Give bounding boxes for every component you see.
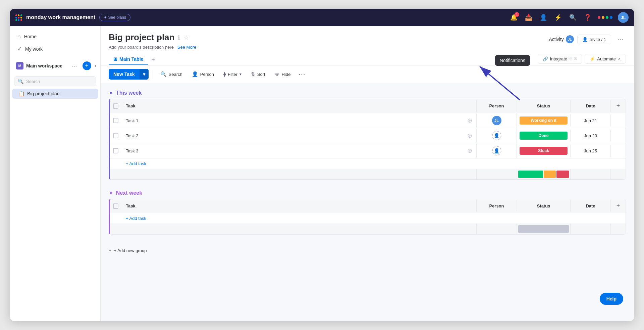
row2-checkbox[interactable] <box>113 133 118 138</box>
mywork-icon: ✓ <box>17 46 22 52</box>
row3-status-badge[interactable]: Stuck <box>520 147 568 155</box>
row2-task-name: Task 2 <box>126 133 139 138</box>
automate-button[interactable]: ⚡ Automate ∧ <box>585 54 626 64</box>
new-task-dropdown[interactable]: ▾ <box>140 69 149 80</box>
automate-icon: ⚡ <box>590 56 595 61</box>
board-info-icon[interactable]: ℹ <box>178 34 180 41</box>
group-chevron-next-week[interactable]: ▼ <box>109 190 113 196</box>
board-title: Big project plan <box>109 32 174 43</box>
board-title-row: Big project plan ℹ ☆ <box>109 32 196 43</box>
sidebar-item-mywork[interactable]: ✓ My work <box>14 43 96 55</box>
logo-dot-3 <box>20 14 22 16</box>
summary-bar-empty <box>518 225 569 233</box>
invite-icon[interactable]: 👤 <box>539 13 548 22</box>
header-checkbox[interactable] <box>113 103 118 109</box>
automate-label: Automate <box>597 56 616 61</box>
th-add-column[interactable]: + <box>611 99 626 113</box>
board-star-icon[interactable]: ☆ <box>183 34 189 41</box>
add-group-button[interactable]: + + Add new group <box>109 245 626 256</box>
new-task-button[interactable]: New Task ▾ <box>109 69 149 80</box>
summary-date <box>571 169 611 179</box>
row2-status-badge[interactable]: Done <box>520 132 568 140</box>
board-icon: 📋 <box>19 91 24 96</box>
search-button[interactable]: 🔍 Search <box>157 69 186 79</box>
add-view-button[interactable]: + <box>148 54 158 65</box>
search-icon[interactable]: 🔍 <box>568 13 578 22</box>
sidebar-top: ⌂ Home ✓ My work <box>10 26 100 57</box>
user-avatar[interactable]: JL <box>618 12 629 23</box>
row1-date: Jun 21 <box>571 115 611 127</box>
invite-icon: 👤 <box>582 37 588 42</box>
row3-add-person-icon[interactable]: ⊕ <box>467 147 472 154</box>
add-task-this-week[interactable]: + Add task <box>110 158 626 169</box>
row2-status[interactable]: Done <box>517 130 571 142</box>
row1-checkbox[interactable] <box>113 118 118 123</box>
sidebar-item-big-project-plan[interactable]: 📋 Big project plan <box>12 89 98 99</box>
apps-icon[interactable]: ⚡ <box>553 13 563 22</box>
add-group-label: + Add new group <box>114 248 147 253</box>
row3-checkbox[interactable] <box>113 148 118 153</box>
hide-button[interactable]: 👁 Hide <box>271 69 294 79</box>
row2-add-person-icon[interactable]: ⊕ <box>467 132 472 139</box>
workspace-label: Main workspace <box>26 63 69 68</box>
see-plans-button[interactable]: ✦ See plans <box>99 14 130 21</box>
table-row: Task 3 ⊕ 👤 Stuck Jun 25 <box>110 143 626 158</box>
row1-status-badge[interactable]: Working on it <box>520 116 568 125</box>
more-options-button[interactable]: ⋯ <box>614 34 626 44</box>
row1-status[interactable]: Working on it <box>517 114 571 127</box>
filter-chevron: ▾ <box>239 72 241 77</box>
inbox-icon[interactable]: 📥 <box>524 13 533 22</box>
row1-add-person-icon[interactable]: ⊕ <box>467 117 472 124</box>
notifications-tooltip: Notifications <box>495 55 530 66</box>
filter-button[interactable]: ⧫ Filter ▾ <box>220 69 245 79</box>
table-row: Task 1 ⊕ JL Working on it Jun 21 <box>110 113 626 128</box>
sort-button[interactable]: ⇅ Sort <box>248 69 269 79</box>
sidebar-search[interactable]: 🔍 Search <box>14 76 96 86</box>
sort-label: Sort <box>257 72 265 77</box>
toolbar: New Task ▾ 🔍 Search 👤 Person ⧫ Filter <box>101 65 634 83</box>
add-group-icon: + <box>109 248 111 253</box>
sidebar-add-button[interactable]: + <box>83 61 91 70</box>
see-more-link[interactable]: See More <box>177 45 196 50</box>
workspace-header[interactable]: M Main workspace ⋯ <box>13 59 80 72</box>
notifications-icon[interactable]: 🔔 1 <box>509 13 519 22</box>
row3-check <box>110 145 122 157</box>
row3-person: 👤 <box>477 143 517 158</box>
th-add-column-2[interactable]: + <box>611 199 626 213</box>
sort-icon: ⇅ <box>251 71 255 77</box>
board-tabs: ⊞ Main Table + <box>109 54 158 65</box>
row2-person-avatar-empty[interactable]: 👤 <box>492 131 501 140</box>
add-task-next-week[interactable]: + Add task <box>110 213 626 224</box>
tab-main-table[interactable]: ⊞ Main Table <box>109 54 148 65</box>
invite-button[interactable]: 👤 Invite / 1 <box>577 35 611 44</box>
th-check-2 <box>110 200 122 212</box>
notification-badge: 1 <box>515 12 519 17</box>
header-checkbox-2[interactable] <box>113 203 118 209</box>
main-body: ⌂ Home ✓ My work M Main workspace ⋯ + ‹ … <box>10 26 634 321</box>
person-button[interactable]: 👤 Person <box>189 69 217 79</box>
row3-person-avatar-empty[interactable]: 👤 <box>492 146 501 155</box>
group-chevron-this-week[interactable]: ▼ <box>109 90 113 96</box>
help-button[interactable]: Help <box>600 293 623 305</box>
toolbar-more-options[interactable]: ⋯ <box>297 69 307 80</box>
group-header-this-week: ▼ This week <box>109 90 626 96</box>
summary-task <box>122 169 477 179</box>
row1-person-avatar[interactable]: JL <box>492 116 501 125</box>
row1-person: JL <box>477 113 517 128</box>
top-navigation: monday work management ✦ See plans 🔔 1 📥… <box>10 9 634 26</box>
help-nav-icon[interactable]: ❓ <box>583 13 592 22</box>
table-row: Task 2 ⊕ 👤 Done Jun 23 <box>110 128 626 143</box>
hide-label: Hide <box>282 72 291 77</box>
th-date: Date <box>571 100 611 112</box>
sidebar-item-home[interactable]: ⌂ Home <box>14 31 96 42</box>
collapse-sidebar-button[interactable]: ‹ <box>93 61 98 70</box>
row3-status[interactable]: Stuck <box>517 145 571 157</box>
board-header: Big project plan ℹ ☆ Add your board's de… <box>101 26 634 65</box>
th-person: Person <box>477 100 517 112</box>
table-area: ▼ This week Task Person Statu <box>101 83 634 321</box>
summary-bar-stuck <box>556 171 569 178</box>
activity-button[interactable]: Activity JL <box>549 35 574 43</box>
integrate-button[interactable]: 🔗 Integrate ⊕ ✉ <box>538 54 582 64</box>
new-task-label[interactable]: New Task <box>109 69 140 80</box>
workspace-row: M Main workspace ⋯ + ‹ <box>10 57 100 74</box>
